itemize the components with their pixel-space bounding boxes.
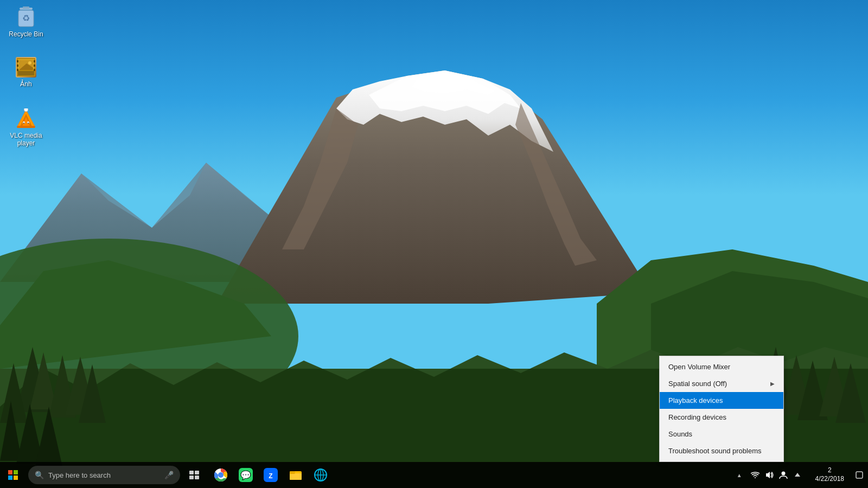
whatsapp-icon: 💬 [239,468,253,482]
anh-label: Ảnh [20,80,31,88]
chrome-icon [214,468,228,482]
svg-rect-31 [23,7,29,9]
menu-item-spatial-sound[interactable]: Spatial sound (Off) ▶ [660,375,783,392]
svg-rect-39 [17,65,18,67]
svg-rect-62 [189,471,194,474]
start-button[interactable] [0,462,26,488]
tray-network-icon[interactable] [750,462,761,488]
up-arrow-icon [794,472,801,478]
svg-rect-65 [195,476,199,479]
anh-image [15,56,37,78]
tray-icons [744,462,809,488]
taskbar: 🔍 Type here to search 🎤 [0,462,868,488]
clock-date: 4/22/2018 [815,475,844,484]
recycle-bin-image: ♻ [15,7,37,28]
svg-point-56 [28,123,29,124]
vlc-image [15,108,37,130]
svg-rect-37 [18,71,34,75]
svg-rect-59 [14,470,18,474]
svg-rect-75 [290,471,295,474]
menu-item-recording-devices[interactable]: Recording devices [660,409,783,426]
svg-point-81 [781,472,785,476]
clock[interactable]: 2 4/22/2018 [809,462,851,488]
anh-icon[interactable]: Ảnh [4,54,48,90]
vlc-label: VLC media player [7,132,46,147]
svg-point-68 [219,473,223,477]
task-view-icon [189,471,199,479]
svg-rect-42 [34,65,35,67]
file-explorer-icon [289,468,303,482]
vlc-icon[interactable]: VLC media player [4,106,48,150]
tray-volume-icon[interactable] [764,462,775,488]
context-menu: Open Volume Mixer Spatial sound (Off) ▶ … [659,356,784,462]
svg-rect-40 [17,69,18,71]
taskbar-apps: 💬 Z [208,462,333,488]
svg-marker-82 [795,473,800,477]
search-placeholder: Type here to search [48,471,111,479]
volume-icon [765,471,774,479]
menu-item-open-volume-mixer[interactable]: Open Volume Mixer [660,358,783,375]
person-icon [779,471,788,479]
network-icon [751,471,760,479]
svg-rect-58 [8,470,12,474]
svg-rect-41 [34,60,35,62]
search-icon: 🔍 [35,471,44,479]
tray-up-arrow-icon[interactable] [792,462,803,488]
notification-button[interactable] [851,462,868,488]
task-view-button[interactable] [182,462,206,488]
search-bar[interactable]: 🔍 Type here to search 🎤 [28,466,180,484]
system-tray: ▲ [735,462,868,488]
windows-logo-icon [8,470,18,480]
svg-rect-83 [856,472,863,478]
taskbar-globe[interactable] [308,462,333,488]
tray-expand-button[interactable]: ▲ [735,462,744,488]
svg-rect-43 [34,69,35,71]
svg-rect-38 [17,60,18,62]
svg-rect-57 [17,126,35,128]
menu-item-sounds[interactable]: Sounds [660,426,783,442]
taskbar-whatsapp[interactable]: 💬 [233,462,258,488]
taskbar-file-explorer[interactable] [283,462,308,488]
zalo-icon: Z [264,468,278,482]
svg-text:Z: Z [269,472,272,480]
svg-rect-60 [8,476,12,480]
clock-time: 2 [828,466,832,475]
globe-icon [314,468,328,482]
svg-point-55 [23,123,24,124]
taskbar-zalo[interactable]: Z [258,462,283,488]
submenu-arrow-icon: ▶ [770,381,775,387]
svg-rect-61 [14,476,18,480]
notification-icon [856,471,863,479]
recycle-bin-label: Recycle Bin [9,30,43,38]
svg-rect-63 [195,471,199,474]
desktop: ♻ Recycle Bin [0,0,868,488]
tray-person-icon[interactable] [778,462,789,488]
microphone-icon: 🎤 [164,471,174,479]
menu-item-playback-devices[interactable]: Playback devices [660,392,783,409]
taskbar-chrome[interactable] [208,462,233,488]
svg-text:♻: ♻ [22,14,30,23]
svg-text:💬: 💬 [240,470,251,480]
svg-marker-80 [766,472,770,478]
recycle-bin-icon[interactable]: ♻ Recycle Bin [4,4,48,40]
svg-rect-74 [290,473,302,480]
svg-rect-64 [189,476,194,479]
svg-point-46 [28,61,31,65]
menu-item-troubleshoot[interactable]: Troubleshoot sound problems [660,442,783,459]
